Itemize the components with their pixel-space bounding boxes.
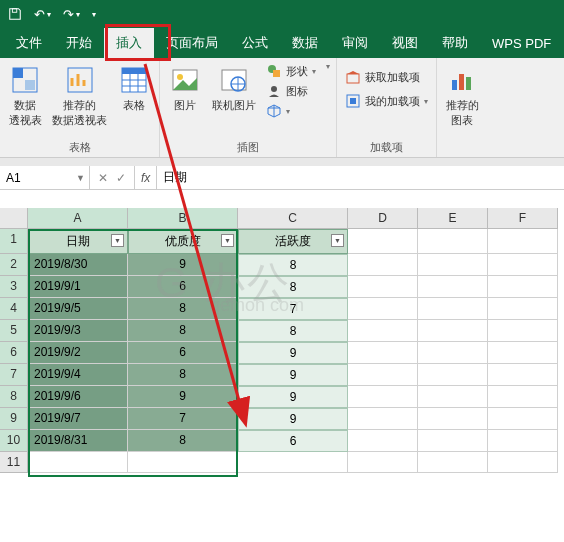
cell[interactable]: [488, 430, 558, 452]
cell[interactable]: [418, 386, 488, 408]
tab-data[interactable]: 数据: [280, 28, 330, 58]
cell[interactable]: 8: [238, 254, 348, 276]
cell[interactable]: [418, 364, 488, 386]
tab-file[interactable]: 文件: [4, 28, 54, 58]
cell[interactable]: 2019/9/1: [28, 276, 128, 298]
tab-insert[interactable]: 插入: [104, 28, 154, 58]
cell[interactable]: [488, 364, 558, 386]
cell[interactable]: [348, 364, 418, 386]
cell[interactable]: 8: [128, 298, 238, 320]
cell[interactable]: 9: [238, 408, 348, 430]
row-header[interactable]: 5: [0, 320, 28, 342]
cell[interactable]: [418, 229, 488, 254]
spreadsheet-grid[interactable]: A B C D E F 1 日期▼ 优质度▼ 活跃度▼ 2 2019/8/30 …: [0, 208, 564, 473]
cell[interactable]: [488, 408, 558, 430]
cell[interactable]: 2019/9/4: [28, 364, 128, 386]
online-picture-button[interactable]: 联机图片: [210, 62, 258, 115]
my-addins-button[interactable]: 我的加载项 ▾: [343, 92, 430, 110]
cell[interactable]: 9: [128, 386, 238, 408]
cell[interactable]: [418, 320, 488, 342]
tab-view[interactable]: 视图: [380, 28, 430, 58]
column-header[interactable]: A: [28, 208, 128, 229]
shapes-button[interactable]: 形状 ▾: [264, 62, 318, 80]
save-button[interactable]: [8, 7, 22, 21]
cell[interactable]: 7: [238, 298, 348, 320]
cell[interactable]: 2019/9/2: [28, 342, 128, 364]
cell[interactable]: [418, 408, 488, 430]
cell[interactable]: 2019/9/6: [28, 386, 128, 408]
chevron-down-icon[interactable]: ▼: [76, 173, 85, 183]
cell[interactable]: [348, 276, 418, 298]
row-header[interactable]: 9: [0, 408, 28, 430]
enter-button[interactable]: ✓: [116, 171, 126, 185]
row-header[interactable]: 3: [0, 276, 28, 298]
cell[interactable]: [348, 254, 418, 276]
qat-customize[interactable]: ▾: [92, 10, 96, 19]
cell[interactable]: 9: [238, 364, 348, 386]
picture-button[interactable]: 图片: [166, 62, 204, 115]
row-header[interactable]: 8: [0, 386, 28, 408]
table-button[interactable]: 表格: [115, 62, 153, 115]
cell[interactable]: [488, 298, 558, 320]
cell[interactable]: [418, 254, 488, 276]
fx-label[interactable]: fx: [135, 166, 157, 189]
cell[interactable]: [488, 342, 558, 364]
cell[interactable]: [348, 298, 418, 320]
cell[interactable]: 8: [238, 276, 348, 298]
cell[interactable]: 2019/9/5: [28, 298, 128, 320]
column-header[interactable]: B: [128, 208, 238, 229]
cell[interactable]: [28, 452, 128, 473]
cell[interactable]: 2019/9/7: [28, 408, 128, 430]
cell[interactable]: [238, 452, 348, 473]
cell[interactable]: [418, 276, 488, 298]
table-header-cell[interactable]: 优质度▼: [128, 229, 238, 254]
cell[interactable]: [348, 430, 418, 452]
row-header[interactable]: 11: [0, 452, 28, 473]
cell[interactable]: 7: [128, 408, 238, 430]
cell[interactable]: [418, 298, 488, 320]
cell[interactable]: [348, 408, 418, 430]
tab-layout[interactable]: 页面布局: [154, 28, 230, 58]
cell[interactable]: 9: [238, 342, 348, 364]
cell[interactable]: [128, 452, 238, 473]
row-header[interactable]: 6: [0, 342, 28, 364]
cell[interactable]: [418, 430, 488, 452]
cell[interactable]: 9: [128, 254, 238, 276]
tab-help[interactable]: 帮助: [430, 28, 480, 58]
cell[interactable]: 6: [128, 276, 238, 298]
column-header[interactable]: E: [418, 208, 488, 229]
cell[interactable]: 6: [128, 342, 238, 364]
table-header-cell[interactable]: 日期▼: [28, 229, 128, 254]
cell[interactable]: [488, 452, 558, 473]
filter-button[interactable]: ▼: [331, 234, 344, 247]
recommended-charts-button[interactable]: 推荐的 图表: [443, 62, 481, 130]
cell[interactable]: [348, 386, 418, 408]
cell[interactable]: 9: [238, 386, 348, 408]
recommended-pivot-button[interactable]: 推荐的 数据透视表: [50, 62, 109, 130]
cell[interactable]: [488, 229, 558, 254]
cell[interactable]: [418, 342, 488, 364]
cell[interactable]: 6: [238, 430, 348, 452]
name-box[interactable]: A1▼: [0, 166, 90, 189]
select-all-corner[interactable]: [0, 208, 28, 229]
column-header[interactable]: D: [348, 208, 418, 229]
cell[interactable]: 2019/8/30: [28, 254, 128, 276]
tab-formulas[interactable]: 公式: [230, 28, 280, 58]
cell[interactable]: [348, 320, 418, 342]
redo-button[interactable]: ↷▾: [63, 7, 80, 22]
filter-button[interactable]: ▼: [111, 234, 124, 247]
cell[interactable]: [488, 320, 558, 342]
cell[interactable]: [488, 386, 558, 408]
row-header[interactable]: 1: [0, 229, 28, 254]
cell[interactable]: 8: [238, 320, 348, 342]
cell[interactable]: 8: [128, 320, 238, 342]
3d-models-button[interactable]: ▾: [264, 102, 318, 120]
tab-wps-pdf[interactable]: WPS PDF: [480, 28, 563, 58]
cell[interactable]: [418, 452, 488, 473]
get-addins-button[interactable]: 获取加载项: [343, 68, 430, 86]
cell[interactable]: 8: [128, 430, 238, 452]
column-header[interactable]: F: [488, 208, 558, 229]
icons-button[interactable]: 图标: [264, 82, 318, 100]
cancel-button[interactable]: ✕: [98, 171, 108, 185]
undo-button[interactable]: ↶▾: [34, 7, 51, 22]
